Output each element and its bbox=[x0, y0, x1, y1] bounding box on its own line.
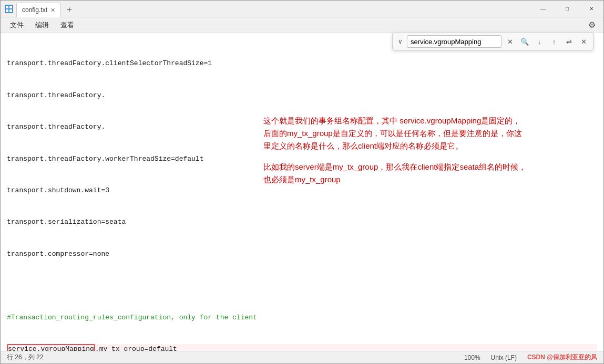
editor-content[interactable]: transport.threadFactory.clientSelectorTh… bbox=[1, 33, 603, 351]
svg-rect-1 bbox=[9, 6, 12, 8]
findbar: ∨ ✕ 🔍 ↓ ↑ ⇌ ✕ bbox=[392, 33, 593, 50]
main-window: config.txt ✕ ＋ — □ ✕ 文件 编辑 查看 ⚙ ∨ ✕ 🔍 ↓ … bbox=[0, 0, 604, 364]
line-8 bbox=[7, 280, 597, 291]
menu-file[interactable]: 文件 bbox=[5, 18, 29, 32]
find-search-button[interactable]: 🔍 bbox=[518, 35, 531, 48]
editor-container: transport.threadFactory.clientSelectorTh… bbox=[1, 33, 603, 351]
statusbar: 行 26，列 22 100% Unix (LF) CSDN @保加利亚亚的风 bbox=[1, 351, 603, 363]
window-controls: — □ ✕ bbox=[531, 1, 603, 17]
line-4: transport.threadFactory.workerThreadSize… bbox=[7, 154, 597, 164]
find-options-button[interactable]: ⇌ bbox=[562, 35, 575, 48]
find-input[interactable] bbox=[407, 35, 501, 48]
zoom-level: 100% bbox=[464, 354, 480, 361]
find-close-button[interactable]: ✕ bbox=[577, 35, 590, 48]
titlebar: config.txt ✕ ＋ — □ ✕ bbox=[1, 1, 603, 17]
logo-text: CSDN @保加利亚亚的风 bbox=[527, 353, 597, 362]
maximize-button[interactable]: □ bbox=[555, 1, 579, 17]
menu-edit[interactable]: 编辑 bbox=[30, 18, 54, 32]
findbar-chevron-icon[interactable]: ∨ bbox=[396, 37, 405, 46]
tab-label: config.txt bbox=[22, 6, 47, 14]
line-3: transport.threadFactory. bbox=[7, 122, 597, 132]
line-highlight: service.vgroupMapping.my_tx_group=defaul… bbox=[7, 344, 597, 351]
tab-close-button[interactable]: ✕ bbox=[50, 7, 55, 14]
menubar: 文件 编辑 查看 ⚙ bbox=[1, 17, 603, 33]
line-2: transport.threadFactory. bbox=[7, 90, 597, 101]
minimize-button[interactable]: — bbox=[531, 1, 555, 17]
cursor-position: 行 26，列 22 bbox=[7, 353, 43, 362]
menu-view[interactable]: 查看 bbox=[55, 18, 79, 32]
find-clear-button[interactable]: ✕ bbox=[504, 35, 516, 48]
line-comment-1: #Transaction_routing_rules_configuration… bbox=[7, 313, 597, 323]
line-5: transport.shutdown.wait=3 bbox=[7, 185, 597, 196]
close-button[interactable]: ✕ bbox=[579, 1, 603, 17]
file-tab[interactable]: config.txt ✕ bbox=[16, 3, 61, 17]
settings-button[interactable]: ⚙ bbox=[585, 18, 599, 33]
line-1: transport.threadFactory.clientSelectorTh… bbox=[7, 58, 597, 69]
line-ending: Unix (LF) bbox=[491, 354, 517, 361]
highlight-service-vgroup: service.vgroupMapping bbox=[7, 344, 95, 351]
svg-rect-0 bbox=[6, 6, 8, 8]
svg-rect-3 bbox=[9, 9, 12, 12]
svg-rect-2 bbox=[6, 9, 8, 12]
line-7: transport.compressor=none bbox=[7, 249, 597, 259]
line-6: transport.serialization=seata bbox=[7, 217, 597, 227]
find-prev-button[interactable]: ↓ bbox=[533, 35, 546, 48]
new-tab-button[interactable]: ＋ bbox=[63, 4, 76, 16]
app-icon bbox=[5, 5, 13, 13]
find-next-button[interactable]: ↑ bbox=[548, 35, 560, 48]
statusbar-right: 100% Unix (LF) CSDN @保加利亚亚的风 bbox=[464, 353, 597, 362]
